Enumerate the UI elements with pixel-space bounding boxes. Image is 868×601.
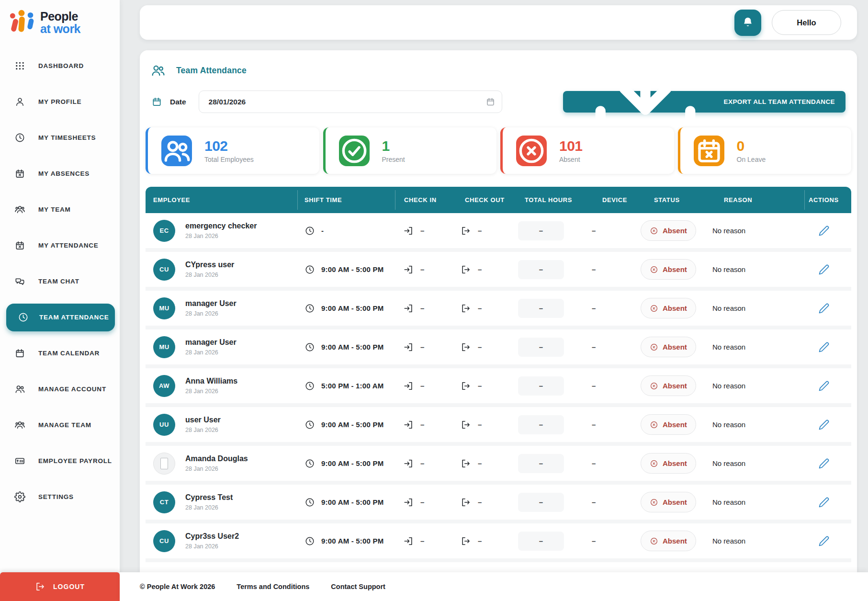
clock-icon bbox=[304, 226, 315, 236]
sidebar-item-team-chat[interactable]: TEAM CHAT bbox=[0, 263, 120, 299]
check-out-value: – bbox=[478, 343, 482, 351]
column-header-check-in: CHECK IN bbox=[395, 187, 452, 213]
edit-button[interactable] bbox=[818, 225, 830, 237]
sidebar-item-label: MY ABSENCES bbox=[38, 170, 90, 177]
clock-icon bbox=[14, 132, 25, 143]
footer-link-terms[interactable]: Terms and Conditions bbox=[237, 583, 309, 590]
stat-card-present: 1Present bbox=[323, 127, 497, 174]
chat-icon bbox=[14, 276, 25, 287]
stat-card-absent: 101Absent bbox=[500, 127, 674, 174]
employee-name: emergency checker bbox=[185, 222, 257, 230]
shift-time: 9:00 AM - 5:00 PM bbox=[321, 498, 383, 506]
calendar-icon bbox=[14, 348, 25, 359]
calendar-x-icon bbox=[14, 240, 25, 251]
edit-button[interactable] bbox=[818, 497, 830, 508]
clock-icon bbox=[304, 458, 315, 469]
shift-time: 9:00 AM - 5:00 PM bbox=[321, 420, 383, 429]
check-out-value: – bbox=[478, 420, 482, 429]
sidebar-item-team-attendance[interactable]: TEAM ATTENDANCE bbox=[6, 304, 115, 331]
sidebar-item-my-team[interactable]: MY TEAM bbox=[0, 192, 120, 227]
sidebar-item-my-attendance[interactable]: MY ATTENDANCE bbox=[0, 227, 120, 263]
logout-label: LOGOUT bbox=[53, 583, 85, 590]
column-header-reason: REASON bbox=[702, 187, 805, 213]
status-badge: Absent bbox=[641, 298, 696, 318]
clock-icon bbox=[18, 312, 29, 323]
main-area: Hello Team Attendance Date EXPORT bbox=[120, 0, 868, 601]
check-in-value: – bbox=[420, 420, 424, 429]
avatar: AW bbox=[153, 375, 175, 397]
clock-icon bbox=[304, 536, 315, 546]
stat-card-total-employees: 102Total Employees bbox=[146, 127, 319, 174]
x-circle-icon bbox=[650, 459, 658, 468]
edit-button[interactable] bbox=[818, 341, 830, 353]
check-out-icon bbox=[461, 536, 471, 546]
table-row: CTCypress Test28 Jan 20269:00 AM - 5:00 … bbox=[146, 485, 851, 523]
sidebar-item-label: TEAM CHAT bbox=[38, 278, 79, 285]
controls-row: Date EXPORT ALL TEAM ATTENDANCE bbox=[140, 78, 857, 113]
calendar-icon bbox=[151, 96, 162, 107]
sidebar-item-label: TEAM CALENDAR bbox=[38, 350, 100, 357]
topbar: Hello bbox=[140, 5, 857, 40]
footer-link-support[interactable]: Contact Support bbox=[331, 583, 385, 590]
clock-icon bbox=[304, 303, 315, 314]
reason-value: No reason bbox=[702, 343, 805, 351]
status-badge: Absent bbox=[641, 453, 696, 474]
device-value: – bbox=[592, 420, 596, 429]
column-header-actions: ACTIONS bbox=[805, 187, 851, 213]
export-label: EXPORT ALL TEAM ATTENDANCE bbox=[724, 98, 835, 105]
clock-icon bbox=[304, 420, 315, 430]
sidebar-item-dashboard[interactable]: DASHBOARD bbox=[0, 48, 120, 84]
table-header: EMPLOYEESHIFT TIMECHECK INCHECK OUTTOTAL… bbox=[146, 187, 851, 213]
shift-time: 9:00 AM - 5:00 PM bbox=[321, 343, 383, 351]
device-value: – bbox=[592, 537, 596, 545]
sidebar-item-my-absences[interactable]: MY ABSENCES bbox=[0, 156, 120, 192]
avatar: MU bbox=[153, 297, 175, 319]
check-out-value: – bbox=[478, 227, 482, 235]
edit-button[interactable] bbox=[818, 458, 830, 469]
team-icon bbox=[150, 63, 166, 78]
edit-button[interactable] bbox=[818, 264, 830, 275]
sidebar-item-employee-payroll[interactable]: EMPLOYEE PAYROLL bbox=[0, 443, 120, 479]
sidebar-item-label: MY TIMESHEETS bbox=[38, 134, 96, 141]
sidebar-item-my-timesheets[interactable]: MY TIMESHEETS bbox=[0, 120, 120, 156]
shift-time: 9:00 AM - 5:00 PM bbox=[321, 459, 383, 467]
users2-icon bbox=[14, 384, 25, 395]
status-label: Absent bbox=[663, 498, 687, 506]
brand-name: People at work bbox=[40, 10, 80, 35]
notifications-button[interactable] bbox=[734, 10, 761, 36]
sidebar-item-settings[interactable]: SETTINGS bbox=[0, 479, 120, 515]
reason-value: No reason bbox=[702, 382, 805, 390]
x-circle-icon bbox=[650, 382, 658, 390]
employee-date: 28 Jan 2026 bbox=[185, 349, 237, 356]
column-header-total-hours: TOTAL HOURS bbox=[512, 187, 589, 213]
edit-button[interactable] bbox=[818, 535, 830, 547]
user-icon bbox=[14, 96, 25, 107]
sidebar-item-manage-account[interactable]: MANAGE ACCOUNT bbox=[0, 371, 120, 407]
x-circle-icon bbox=[650, 498, 658, 507]
edit-button[interactable] bbox=[818, 303, 830, 314]
date-picker-icon[interactable] bbox=[485, 97, 496, 107]
reason-value: No reason bbox=[702, 537, 805, 545]
x-circle-icon bbox=[650, 265, 658, 274]
status-badge: Absent bbox=[641, 492, 696, 512]
logout-button[interactable]: LOGOUT bbox=[0, 572, 120, 601]
status-label: Absent bbox=[663, 343, 687, 351]
export-all-button[interactable]: EXPORT ALL TEAM ATTENDANCE bbox=[563, 91, 845, 113]
total-hours-pill: – bbox=[518, 338, 564, 357]
sidebar-item-my-profile[interactable]: MY PROFILE bbox=[0, 84, 120, 120]
sidebar-item-label: SETTINGS bbox=[38, 493, 74, 500]
edit-button[interactable] bbox=[818, 380, 830, 392]
date-input[interactable] bbox=[199, 91, 502, 113]
stat-label: Total Employees bbox=[204, 156, 254, 163]
check-out-icon bbox=[461, 226, 471, 236]
shift-time: 9:00 AM - 5:00 PM bbox=[321, 265, 383, 273]
stat-card-on-leave: 0On Leave bbox=[678, 127, 852, 174]
edit-button[interactable] bbox=[818, 419, 830, 431]
sidebar-item-manage-team[interactable]: MANAGE TEAM bbox=[0, 407, 120, 443]
logout-icon bbox=[35, 581, 45, 592]
clock-icon bbox=[304, 264, 315, 275]
device-value: – bbox=[592, 304, 596, 312]
employee-date: 28 Jan 2026 bbox=[185, 272, 234, 278]
user-greeting-button[interactable]: Hello bbox=[772, 10, 841, 35]
sidebar-item-team-calendar[interactable]: TEAM CALENDAR bbox=[0, 335, 120, 371]
